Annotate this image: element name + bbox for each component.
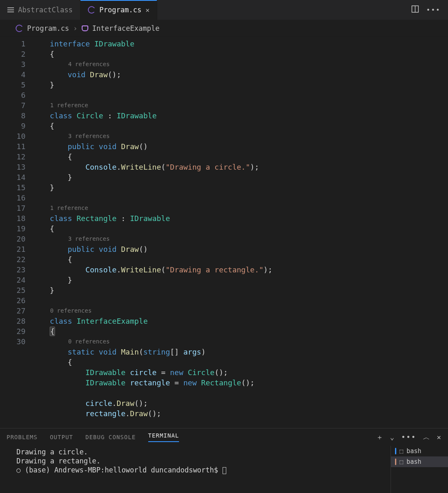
tab-abstract-class[interactable]: AbstractClass — [0, 0, 80, 20]
codelens[interactable]: 0 references — [32, 336, 386, 347]
editor-tab-bar: AbstractClass Program.cs ✕ ••• — [0, 0, 448, 20]
code-editor[interactable]: 1234567891011121314151617181920212223242… — [0, 37, 448, 428]
codelens[interactable]: 3 references — [32, 234, 386, 244]
codelens[interactable]: 4 references — [32, 59, 386, 69]
list-icon — [7, 7, 14, 12]
bottom-panel: PROBLEMS OUTPUT DEBUG CONSOLE TERMINAL ＋… — [0, 428, 448, 493]
split-editor-icon[interactable] — [411, 5, 419, 14]
terminal-line: Drawing a circle. — [16, 447, 382, 456]
more-icon[interactable]: ••• — [426, 6, 441, 14]
close-icon[interactable]: ✕ — [145, 6, 149, 14]
breadcrumb[interactable]: Program.cs › InterfaceExample — [0, 20, 448, 37]
line-number-gutter: 1234567891011121314151617181920212223242… — [0, 37, 32, 428]
terminal-prompt: ○ (base) Andrews-MBP:helloworld duncando… — [16, 465, 382, 475]
minimap[interactable] — [391, 39, 445, 96]
panel-tab-debug-console[interactable]: DEBUG CONSOLE — [85, 434, 136, 440]
panel-tab-terminal[interactable]: TERMINAL — [148, 432, 179, 442]
panel-tab-output[interactable]: OUTPUT — [50, 434, 73, 440]
codelens[interactable]: 1 reference — [32, 203, 386, 213]
codelens[interactable]: 1 reference — [32, 100, 386, 111]
csharp-file-icon — [16, 25, 23, 32]
codelens[interactable]: 3 references — [32, 131, 386, 141]
breadcrumb-file[interactable]: Program.cs — [27, 24, 69, 32]
terminal-line: Drawing a rectangle. — [16, 456, 382, 465]
code-content[interactable]: interface IDrawable { 4 references void … — [32, 37, 448, 428]
chevron-right-icon: › — [73, 24, 77, 32]
close-icon[interactable]: ✕ — [437, 433, 441, 441]
terminal-side-list: ⬚ bash ⬚ bash — [391, 446, 448, 493]
breadcrumb-symbol[interactable]: InterfaceExample — [92, 24, 160, 32]
more-icon[interactable]: ••• — [401, 433, 416, 441]
new-terminal-icon[interactable]: ＋ — [376, 433, 384, 442]
interface-icon — [82, 25, 88, 31]
panel-tab-problems[interactable]: PROBLEMS — [7, 434, 37, 440]
chevron-up-icon[interactable]: ︿ — [423, 433, 430, 442]
tab-label: AbstractClass — [18, 6, 73, 14]
terminal-output[interactable]: Drawing a circle. Drawing a rectangle. ○… — [0, 446, 391, 493]
chevron-down-icon[interactable]: ⌄ — [390, 433, 395, 441]
panel-tab-bar: PROBLEMS OUTPUT DEBUG CONSOLE TERMINAL ＋… — [0, 428, 448, 446]
terminal-indicator-icon — [395, 458, 396, 465]
shell-icon: ⬚ — [400, 447, 403, 455]
tab-program-cs[interactable]: Program.cs ✕ — [80, 0, 157, 20]
tab-actions: ••• — [404, 0, 448, 20]
terminal-indicator-icon — [395, 448, 396, 454]
csharp-file-icon — [88, 6, 95, 14]
tab-label: Program.cs — [99, 6, 141, 14]
shell-icon: ⬚ — [400, 458, 403, 465]
codelens[interactable]: 0 references — [32, 306, 386, 316]
terminal-list-item[interactable]: ⬚ bash — [391, 456, 448, 467]
terminal-list-item[interactable]: ⬚ bash — [391, 446, 448, 456]
